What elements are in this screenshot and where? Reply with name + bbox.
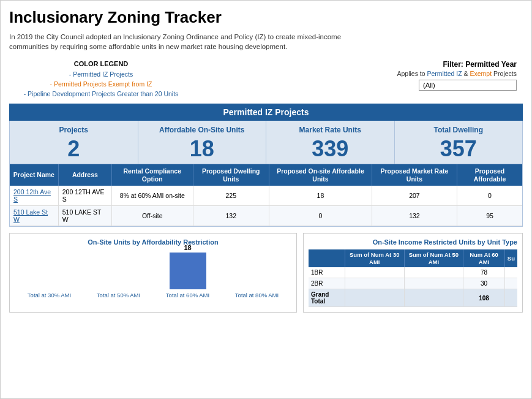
kpi-total-label: Total Dwelling <box>397 126 520 134</box>
income-table-row: Grand Total 108 <box>309 289 517 307</box>
col-project-name: Project Name <box>10 164 58 186</box>
filter-year-input[interactable] <box>419 80 517 91</box>
page-title: Inclusionary Zoning Tracker <box>9 8 523 27</box>
cell-address: 200 12TH AVE S <box>58 186 111 206</box>
income-col-30ami: Sum of Num At 30 AMI <box>345 249 404 267</box>
bar-label-top: 18 <box>184 244 191 251</box>
cell-dwelling: 225 <box>193 186 269 206</box>
income-cell-type: 2BR <box>309 278 345 289</box>
income-table-body: 1BR 78 2BR 30 Grand Total 108 <box>309 267 517 307</box>
cell-affordable: 0 <box>457 186 522 206</box>
cell-market: 207 <box>372 186 457 206</box>
bar-label-bottom: Total at 50% AMI <box>97 292 140 298</box>
bar-group: Total at 30% AMI <box>15 288 84 298</box>
table-row: 510 Lake St W 510 LAKE ST W Off-site 132… <box>10 206 522 226</box>
kpi-row: Projects 2 Affordable On-Site Units 18 M… <box>9 121 523 164</box>
income-cell-su <box>504 278 517 289</box>
table-row: 200 12th Ave S 200 12TH AVE S 8% at 60% … <box>10 186 522 206</box>
kpi-market-label: Market Rate Units <box>269 126 392 134</box>
cell-compliance: Off-site <box>112 206 193 226</box>
col-address: Address <box>58 164 111 186</box>
legend-item-pipeline: - Pipeline Development Projects Greater … <box>9 89 193 99</box>
cell-name[interactable]: 510 Lake St W <box>10 206 58 226</box>
bottom-row: On-Site Units by Affordability Restricti… <box>9 233 523 313</box>
kpi-total: Total Dwelling 357 <box>395 121 523 164</box>
filter-title: Filter: Permitted Year <box>193 60 517 69</box>
cell-affordable: 95 <box>457 206 522 226</box>
bar-label-bottom: Total at 80% AMI <box>235 292 279 298</box>
income-cell-60ami: 30 <box>463 278 505 289</box>
income-cell-type: Grand Total <box>309 289 345 307</box>
income-table-row: 2BR 30 <box>309 278 517 289</box>
income-col-60ami: Num At 60 AMI <box>463 249 505 267</box>
kpi-market-value: 339 <box>269 137 392 161</box>
kpi-affordable-label: Affordable On-Site Units <box>141 126 264 134</box>
income-table-row: 1BR 78 <box>309 267 517 278</box>
cell-dwelling: 132 <box>193 206 269 226</box>
bar-label-bottom: Total at 60% AMI <box>166 292 209 298</box>
income-cell-50ami <box>404 278 463 289</box>
bar-group: 18 Total at 60% AMI <box>153 244 222 298</box>
projects-table-container: Project Name Address Rental Compliance O… <box>9 164 523 227</box>
income-cell-30ami <box>345 289 404 307</box>
legend-section: COLOR LEGEND - Permitted IZ Projects - P… <box>9 60 193 99</box>
income-cell-50ami <box>404 267 463 278</box>
income-cell-type: 1BR <box>309 267 345 278</box>
bar-chart-area: Total at 30% AMI Total at 50% AMI 18 Tot… <box>15 249 291 298</box>
projects-table: Project Name Address Rental Compliance O… <box>10 164 522 226</box>
kpi-projects: Projects 2 <box>10 121 138 164</box>
income-table: Sum of Num At 30 AMI Sum of Num At 50 AM… <box>309 249 517 307</box>
kpi-projects-label: Projects <box>12 126 135 134</box>
legend-item-exempt: - Permitted Projects Exempt from IZ <box>9 80 193 89</box>
col-affordable: Proposed Affordable <box>457 164 522 186</box>
legend-item-permitted: - Permitted IZ Projects <box>9 70 193 80</box>
income-cell-30ami <box>345 278 404 289</box>
cell-market: 132 <box>372 206 457 226</box>
cell-onsite: 0 <box>269 206 372 226</box>
cell-name[interactable]: 200 12th Ave S <box>10 186 58 206</box>
table-header-row: Project Name Address Rental Compliance O… <box>10 164 522 186</box>
section-header: Permitted IZ Projects <box>9 104 523 121</box>
cell-onsite: 18 <box>269 186 372 206</box>
col-dwelling: Proposed Dwelling Units <box>193 164 269 186</box>
table-body: 200 12th Ave S 200 12TH AVE S 8% at 60% … <box>10 186 522 226</box>
cell-address: 510 LAKE ST W <box>58 206 111 226</box>
income-header-row: Sum of Num At 30 AMI Sum of Num At 50 AM… <box>309 249 517 267</box>
bar-rect <box>170 253 206 289</box>
kpi-total-value: 357 <box>397 137 520 161</box>
income-cell-60ami: 108 <box>463 289 505 307</box>
kpi-affordable-value: 18 <box>141 137 264 161</box>
filter-section: Filter: Permitted Year Applies to Permit… <box>193 60 523 91</box>
income-cell-su <box>504 289 517 307</box>
col-onsite: Proposed On-site Affordable Units <box>269 164 372 186</box>
income-cell-50ami <box>404 289 463 307</box>
bar-label-bottom: Total at 30% AMI <box>28 292 71 298</box>
legend-filter-row: COLOR LEGEND - Permitted IZ Projects - P… <box>9 60 523 99</box>
kpi-affordable: Affordable On-Site Units 18 <box>138 121 267 164</box>
income-cell-su <box>504 267 517 278</box>
bar-group: Total at 50% AMI <box>84 288 153 298</box>
bar-group: Total at 80% AMI <box>222 288 291 298</box>
col-market: Proposed Market Rate Units <box>372 164 457 186</box>
income-col-type <box>309 249 345 267</box>
income-cell-30ami <box>345 267 404 278</box>
legend-title: COLOR LEGEND <box>9 60 193 67</box>
income-cell-60ami: 78 <box>463 267 505 278</box>
filter-subtitle: Applies to Permitted IZ & Exempt Project… <box>193 70 517 77</box>
income-panel: On-Site Income Restricted Units by Unit … <box>303 233 523 313</box>
income-col-50ami: Sum of Num At 50 AMI <box>404 249 463 267</box>
page-subtitle: In 2019 the City Council adopted an Incl… <box>9 32 364 51</box>
page-container: Inclusionary Zoning Tracker In 2019 the … <box>1 1 531 320</box>
income-panel-title: On-Site Income Restricted Units by Unit … <box>309 238 517 246</box>
filter-input-wrap <box>193 80 517 91</box>
col-compliance: Rental Compliance Option <box>112 164 193 186</box>
cell-compliance: 8% at 60% AMI on-site <box>112 186 193 206</box>
income-col-su: Su <box>504 249 517 267</box>
kpi-market: Market Rate Units 339 <box>266 121 395 164</box>
bar-chart-panel: On-Site Units by Affordability Restricti… <box>9 233 297 313</box>
kpi-projects-value: 2 <box>12 137 135 161</box>
